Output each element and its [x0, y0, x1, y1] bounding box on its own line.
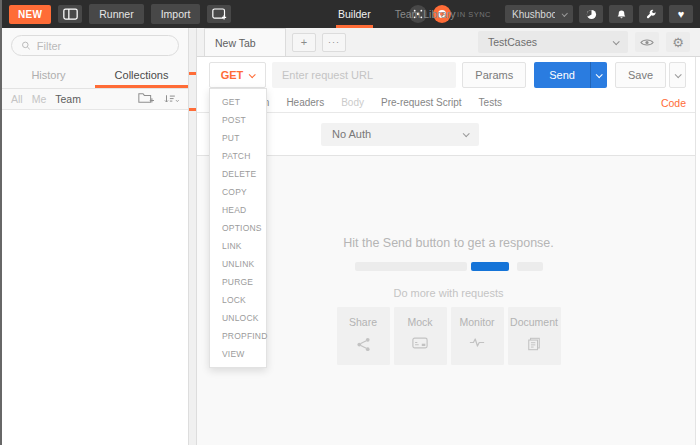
method-select-button[interactable]: GET [209, 62, 266, 88]
gear-icon: ⚙ [672, 35, 684, 50]
collections-list[interactable] [2, 110, 188, 445]
app-window: NEW Runner Import Builder Team Library I… [0, 0, 700, 445]
environment-preview-button[interactable] [635, 32, 659, 52]
tab-history[interactable]: History [2, 62, 95, 88]
notifications-button[interactable] [609, 5, 633, 23]
method-dropdown-menu: GET POST PUT PATCH DELETE COPY HEAD OPTI… [209, 88, 267, 368]
folder-plus-icon [138, 91, 154, 104]
help-icon [586, 9, 597, 20]
open-request-tab[interactable]: New Tab [204, 28, 286, 56]
runner-button[interactable]: Runner [89, 4, 143, 24]
scope-all[interactable]: All [11, 93, 23, 105]
method-option-put[interactable]: PUT [210, 129, 266, 147]
user-name: Khushboo ... [512, 9, 555, 20]
card-mock[interactable]: Mock [394, 307, 447, 365]
new-window-button[interactable] [207, 5, 231, 23]
share-icon [356, 337, 371, 352]
more-tabs-button[interactable]: ··· [322, 33, 346, 52]
sidebar-toggle-button[interactable] [58, 5, 82, 23]
params-button[interactable]: Params [462, 62, 526, 88]
new-button[interactable]: NEW [9, 5, 51, 24]
method-option-propfind[interactable]: PROPFIND [210, 327, 266, 345]
filter-input[interactable] [37, 40, 169, 52]
card-share[interactable]: Share [337, 307, 390, 365]
tab-builder[interactable]: Builder [336, 0, 373, 28]
tab-team-library[interactable]: Team Library [393, 0, 458, 28]
scroll-edge [695, 57, 696, 445]
favorites-button[interactable]: ♥ [669, 5, 693, 23]
card-monitor[interactable]: Monitor [451, 307, 504, 365]
eye-icon [640, 38, 654, 47]
tab-pre-request-script[interactable]: Pre-request Script [381, 97, 462, 108]
new-folder-button[interactable] [138, 91, 154, 107]
skeleton-segment [355, 262, 467, 271]
card-share-label: Share [349, 316, 377, 328]
send-group: Send [534, 62, 607, 88]
method-option-get[interactable]: GET [210, 93, 266, 111]
method-option-link[interactable]: LINK [210, 237, 266, 255]
builder-pane: New Tab + ··· TestCases ⚙ GET [197, 28, 700, 445]
chevron-down-icon [561, 10, 567, 16]
save-group: Save [615, 62, 686, 88]
scope-me[interactable]: Me [32, 93, 47, 105]
environment-select[interactable]: TestCases [478, 31, 628, 53]
url-input[interactable] [272, 62, 456, 88]
card-monitor-label: Monitor [459, 316, 494, 328]
sort-icon [164, 94, 179, 104]
method-option-lock[interactable]: LOCK [210, 291, 266, 309]
method-option-view[interactable]: VIEW [210, 345, 266, 363]
app-body: History Collections All Me Team [2, 28, 700, 445]
card-mock-label: Mock [407, 316, 432, 328]
save-options-button[interactable] [669, 62, 686, 88]
settings-button[interactable] [639, 5, 663, 23]
sidebar: History Collections All Me Team [2, 28, 188, 445]
method-option-head[interactable]: HEAD [210, 201, 266, 219]
method-option-copy[interactable]: COPY [210, 183, 266, 201]
sync-status-text: IN SYNC [457, 10, 491, 19]
response-skeleton-bar [355, 262, 543, 271]
send-button[interactable]: Send [534, 62, 590, 88]
tab-body[interactable]: Body [341, 97, 364, 108]
add-tab-button[interactable]: + [292, 33, 316, 52]
user-menu[interactable]: Khushboo ... [505, 5, 573, 23]
scope-team[interactable]: Team [55, 93, 81, 105]
new-window-icon [212, 8, 227, 20]
method-option-unlock[interactable]: UNLOCK [210, 309, 266, 327]
chevron-down-icon [596, 71, 603, 78]
method-option-purge[interactable]: PURGE [210, 273, 266, 291]
response-hint: Hit the Send button to get a response. [343, 236, 554, 250]
tab-headers[interactable]: Headers [286, 97, 324, 108]
auth-type-value: No Auth [332, 128, 371, 140]
skeleton-segment-active [471, 262, 509, 271]
heart-icon: ♥ [678, 9, 685, 20]
pane-splitter[interactable] [188, 28, 197, 445]
method-option-unlink[interactable]: UNLINK [210, 255, 266, 273]
method-option-post[interactable]: POST [210, 111, 266, 129]
tab-tests[interactable]: Tests [479, 97, 502, 108]
method-option-patch[interactable]: PATCH [210, 147, 266, 165]
monitor-pulse-icon [469, 337, 485, 348]
import-button[interactable]: Import [151, 4, 201, 24]
splitter-handle-icon [189, 108, 196, 111]
scroll-strip [696, 57, 700, 445]
environment-settings-button[interactable]: ⚙ [666, 32, 690, 52]
more-with-requests-label: Do more with requests [393, 287, 503, 299]
code-link[interactable]: Code [661, 97, 686, 109]
request-tab-bar: New Tab + ··· TestCases ⚙ [197, 28, 700, 57]
send-options-button[interactable] [590, 62, 607, 88]
sort-button[interactable] [164, 92, 179, 107]
document-icon [527, 337, 541, 351]
card-document[interactable]: Document [508, 307, 561, 365]
method-label: GET [221, 69, 244, 81]
scope-filter-row: All Me Team [2, 89, 188, 110]
tab-collections[interactable]: Collections [95, 62, 188, 88]
top-bar: NEW Runner Import Builder Team Library I… [2, 0, 700, 28]
save-button[interactable]: Save [615, 62, 666, 88]
method-option-delete[interactable]: DELETE [210, 165, 266, 183]
method-option-options[interactable]: OPTIONS [210, 219, 266, 237]
auth-type-select[interactable]: No Auth [321, 123, 479, 146]
wrench-icon [646, 9, 657, 20]
request-action-cards: Share Mock Monitor [337, 307, 561, 365]
help-button[interactable] [579, 5, 603, 23]
skeleton-segment [517, 262, 543, 271]
